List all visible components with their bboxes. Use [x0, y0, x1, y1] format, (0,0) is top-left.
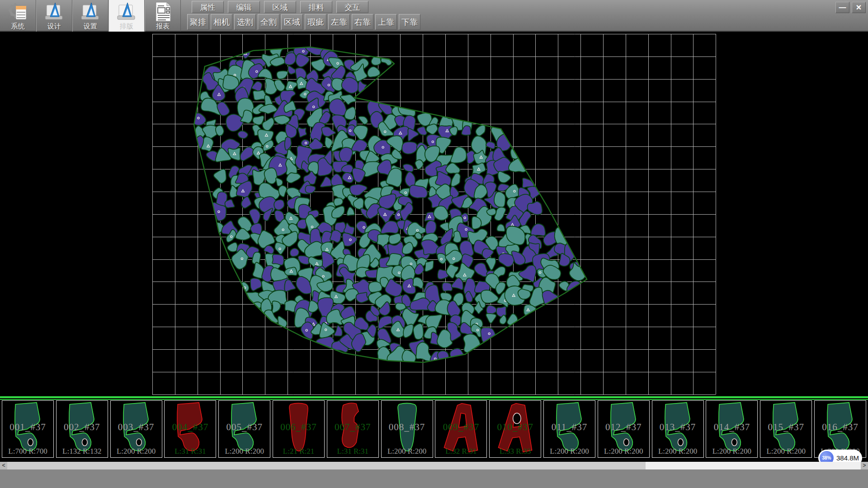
- system-button[interactable]: 系统: [0, 0, 36, 32]
- piece-thumbnail-011_#37[interactable]: 011_#37 L:200 R:200: [543, 400, 595, 458]
- system-gear-icon: [8, 1, 28, 22]
- piece-thumbnail-009_#37[interactable]: 009_#37 L:32 R:31: [435, 400, 487, 458]
- piece-thumbnail-014_#37[interactable]: 014_#37 L:200 R:200: [706, 400, 758, 458]
- piece-thumbnail-005_#37[interactable]: 005_#37 L:200 R:200: [218, 400, 270, 458]
- piece-quantity: L:700 R:700: [2, 447, 53, 456]
- action-button-4[interactable]: 区域: [281, 14, 303, 30]
- piece-quantity: L:32 R:31: [435, 447, 486, 456]
- strip-separator-line-2: [0, 399, 868, 400]
- piece-name: 011_#37: [544, 422, 595, 433]
- piece-thumbnail-003_#37[interactable]: 003_#37 L:200 R:200: [110, 400, 162, 458]
- close-icon: ✕: [856, 4, 862, 11]
- design-button[interactable]: 设计: [36, 0, 72, 32]
- piece-quantity: L:200 R:200: [760, 447, 811, 456]
- piece-thumbnail-010_#37[interactable]: 010_#37 L:33 R:33: [489, 400, 541, 458]
- report-document-icon: [152, 1, 173, 22]
- piece-quantity: L:200 R:200: [111, 447, 162, 456]
- piece-quantity: L:31 R:31: [327, 447, 378, 456]
- settings-setsquare-icon: [80, 1, 101, 22]
- action-button-2[interactable]: 选割: [234, 14, 256, 30]
- piece-name: 007_#37: [327, 422, 378, 433]
- menu-tab-1[interactable]: 编辑: [228, 1, 260, 13]
- scroll-left-button[interactable]: <: [0, 462, 7, 469]
- piece-thumbnail-012_#37[interactable]: 012_#37 L:200 R:200: [598, 400, 650, 458]
- menu-tab-3[interactable]: 排料: [300, 1, 332, 13]
- minimize-button[interactable]: —: [835, 2, 849, 13]
- scroll-right-icon: >: [863, 462, 866, 469]
- system-button-label: 系统: [0, 22, 36, 31]
- piece-name: 009_#37: [435, 422, 486, 433]
- menu-tab-0[interactable]: 属性: [192, 1, 224, 13]
- action-button-1[interactable]: 相机: [211, 14, 232, 30]
- piece-quantity: L:200 R:200: [706, 447, 757, 456]
- piece-thumbnail-013_#37[interactable]: 013_#37 L:200 R:200: [652, 400, 704, 458]
- menu-tab-2[interactable]: 区域: [264, 1, 296, 13]
- action-button-bar: 聚排 相机 选割 全割 区域 瑕疵 左靠 右靠 上靠 下靠: [187, 14, 420, 30]
- settings-button-label: 设置: [73, 22, 108, 31]
- layout-button-label: 排版: [109, 22, 144, 31]
- piece-name: 004_#37: [165, 422, 216, 433]
- close-button[interactable]: ✕: [852, 2, 866, 13]
- piece-thumbnail-015_#37[interactable]: 015_#37 L:200 R:200: [760, 400, 812, 458]
- layout-button[interactable]: 排版: [108, 0, 145, 32]
- piece-quantity: L:132 R:132: [57, 447, 108, 456]
- minimize-icon: —: [839, 4, 846, 11]
- design-button-label: 设计: [37, 22, 72, 31]
- piece-thumbnail-006_#37[interactable]: 006_#37 L:21 R:21: [273, 400, 325, 458]
- menu-tab-4[interactable]: 交互: [336, 1, 368, 13]
- settings-button[interactable]: 设置: [72, 0, 108, 32]
- scroll-right-button[interactable]: >: [861, 462, 868, 469]
- piece-name: 005_#37: [219, 422, 270, 433]
- piece-quantity: L:200 R:200: [544, 447, 595, 456]
- piece-thumbnail-002_#37[interactable]: 002_#37 L:132 R:132: [56, 400, 108, 458]
- piece-name: 012_#37: [598, 422, 649, 433]
- action-button-5[interactable]: 瑕疵: [305, 14, 326, 30]
- action-button-7[interactable]: 右靠: [352, 14, 373, 30]
- report-button[interactable]: 报表: [145, 0, 181, 32]
- report-button-label: 报表: [145, 22, 180, 31]
- scroll-left-icon: <: [2, 462, 5, 469]
- piece-quantity: L:31 R:31: [165, 447, 216, 456]
- piece-quantity: L:33 R:33: [490, 447, 541, 456]
- piece-quantity: L:200 R:200: [652, 447, 703, 456]
- piece-quantity: L:21 R:21: [273, 447, 324, 456]
- layout-setsquare-icon: [116, 1, 137, 22]
- horizontal-scrollbar: < >: [0, 462, 868, 469]
- piece-name: 003_#37: [111, 422, 162, 433]
- top-toolbar: 系统 设计: [0, 0, 868, 32]
- piece-thumbnail-004_#37[interactable]: 004_#37 L:31 R:31: [164, 400, 216, 458]
- design-setsquare-icon: [44, 1, 65, 22]
- piece-name: 010_#37: [490, 422, 541, 433]
- piece-name: 001_#37: [2, 422, 53, 433]
- piece-name: 002_#37: [57, 422, 108, 433]
- action-button-0[interactable]: 聚排: [187, 14, 209, 30]
- piece-quantity: L:200 R:200: [598, 447, 649, 456]
- strip-separator-line: [0, 396, 868, 398]
- piece-name: 014_#37: [706, 422, 757, 433]
- menu-tab-bar: 属性 编辑 区域 排料 交互: [192, 1, 368, 13]
- piece-name: 016_#37: [815, 422, 866, 433]
- action-button-3[interactable]: 全割: [258, 14, 279, 30]
- piece-name: 008_#37: [382, 422, 433, 433]
- piece-name: 006_#37: [273, 422, 324, 433]
- action-button-6[interactable]: 左靠: [328, 14, 350, 30]
- piece-thumbnail-001_#37[interactable]: 001_#37 L:700 R:700: [2, 400, 54, 458]
- action-button-8[interactable]: 上靠: [375, 14, 397, 30]
- piece-thumbnail-016_#37[interactable]: 016_#37 L:200 R:200: [814, 400, 866, 458]
- nesting-canvas[interactable]: [0, 32, 868, 396]
- piece-thumbnail-008_#37[interactable]: 008_#37 L:200 R:200: [381, 400, 433, 458]
- bottom-status-area: [0, 469, 868, 488]
- scrollbar-thumb[interactable]: [7, 462, 646, 469]
- main-button-bar: 系统 设计: [0, 0, 181, 32]
- piece-quantity: L:200 R:200: [382, 447, 433, 456]
- piece-thumbnail-strip: 001_#37 L:700 R:700 002_#37 L:132 R:132 …: [0, 396, 868, 462]
- piece-name: 013_#37: [652, 422, 703, 433]
- piece-thumbnail-007_#37[interactable]: 007_#37 L:31 R:31: [327, 400, 379, 458]
- piece-name: 015_#37: [760, 422, 811, 433]
- window-controls: — ✕: [835, 2, 866, 13]
- application-window: 系统 设计: [0, 0, 868, 488]
- action-button-9[interactable]: 下靠: [399, 14, 420, 30]
- piece-quantity: L:200 R:200: [219, 447, 270, 456]
